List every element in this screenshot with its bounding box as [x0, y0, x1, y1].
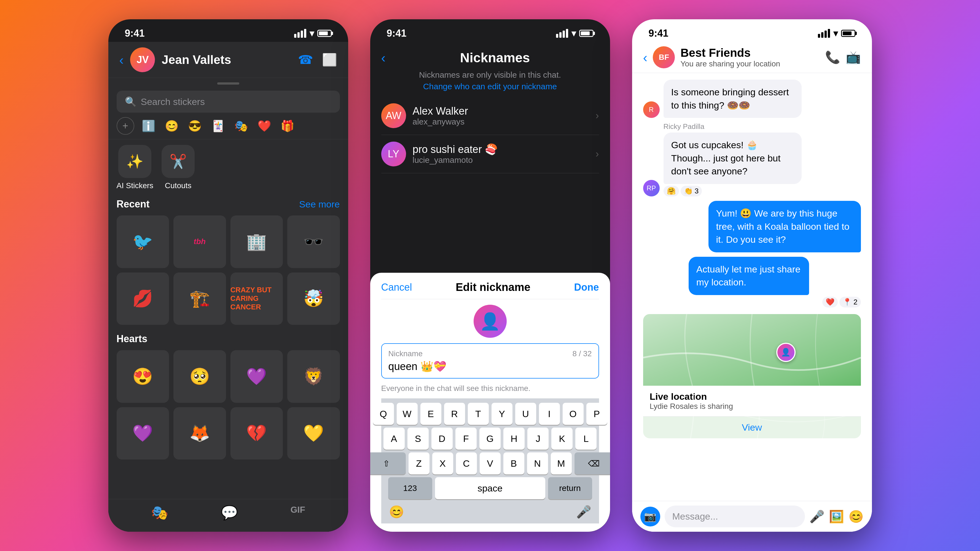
key-d[interactable]: D — [431, 427, 453, 449]
emoji-tab[interactable]: 🎭 — [151, 505, 168, 521]
key-u[interactable]: U — [515, 403, 536, 425]
return-key[interactable]: return — [548, 477, 592, 499]
nicknames-subtitle: Nicknames are only visible in this chat. — [419, 70, 561, 79]
sticker-item[interactable]: 💜 — [117, 407, 169, 460]
sticker-item[interactable]: 🏗️ — [173, 273, 226, 325]
search-bar[interactable]: 🔍 Search stickers — [117, 91, 340, 113]
emoji-keyboard-icon[interactable]: 😊 — [389, 505, 404, 519]
key-g[interactable]: G — [479, 427, 501, 449]
message-2: Ricky Padilla Got us cupcakes! 🧁 Though.… — [663, 122, 861, 197]
phone-call-icon[interactable]: 📞 — [825, 50, 840, 65]
sticker-tab-1[interactable]: ℹ️ — [140, 117, 158, 135]
key-f[interactable]: F — [455, 427, 477, 449]
nickname-handle-2: lucie_yamamoto — [413, 156, 589, 165]
sticker-tab-6[interactable]: ❤️ — [256, 117, 273, 135]
group-avatar: BF — [653, 46, 675, 68]
nickname-input-value[interactable]: queen 👑💝 — [388, 360, 592, 373]
bottom-tabs: 🎭 💬 GIF — [108, 499, 348, 532]
key-l[interactable]: L — [575, 427, 597, 449]
photo-input-icon[interactable]: 🖼️ — [829, 510, 844, 524]
message-input[interactable]: Message... — [665, 505, 805, 527]
sticker-item[interactable]: tbh — [173, 216, 226, 268]
sticker-tab-7[interactable]: 🎁 — [279, 117, 296, 135]
cutouts-tool[interactable]: ✂️ Cutouts — [162, 145, 195, 190]
sticker-item[interactable]: 💔 — [231, 407, 283, 460]
nickname-input-container[interactable]: Nickname 8 / 32 queen 👑💝 — [381, 343, 599, 378]
sticker-tab-3[interactable]: 😎 — [186, 117, 204, 135]
ai-stickers-label: AI Stickers — [117, 181, 154, 190]
sticker-item[interactable]: CRAZY BUT CARING CANCER — [231, 273, 283, 325]
back-button[interactable]: ‹ — [643, 50, 648, 65]
phone2: 9:41 ▾ ‹ Nicknames Nicknames are only vi… — [370, 19, 610, 532]
key-y[interactable]: Y — [492, 403, 512, 425]
wifi-icon: ▾ — [571, 28, 576, 38]
key-e[interactable]: E — [420, 403, 441, 425]
key-v[interactable]: V — [480, 453, 501, 475]
key-q[interactable]: Q — [373, 403, 394, 425]
sender-avatar-1: R — [643, 102, 660, 118]
chevron-icon-1: › — [596, 110, 599, 122]
battery-icon — [317, 30, 332, 37]
video-call-icon[interactable]: 📺 — [846, 50, 861, 65]
gif-tab[interactable]: GIF — [291, 505, 305, 521]
sticker-tab-4[interactable]: 🃏 — [209, 117, 227, 135]
key-o[interactable]: O — [563, 403, 584, 425]
sticker-item[interactable]: 💛 — [287, 407, 340, 460]
delete-key[interactable]: ⌫ — [574, 453, 610, 475]
key-n[interactable]: N — [527, 453, 548, 475]
sticker-item[interactable]: 🏢 — [231, 216, 283, 268]
microphone-icon[interactable]: 🎤 — [576, 505, 591, 519]
ai-stickers-tool[interactable]: ✨ AI Stickers — [117, 145, 154, 190]
sticker-item[interactable]: 😍 — [117, 350, 169, 403]
numbers-key[interactable]: 123 — [388, 477, 432, 499]
sticker-input-icon[interactable]: 😊 — [848, 510, 864, 524]
nickname-item-2[interactable]: LY pro sushi eater 🍣 lucie_yamamoto › — [381, 135, 599, 173]
phone-icon[interactable]: ☎ — [298, 52, 313, 67]
key-a[interactable]: A — [383, 427, 405, 449]
see-more-link[interactable]: See more — [299, 199, 340, 210]
sticker-item[interactable]: 💜 — [231, 350, 283, 403]
key-x[interactable]: X — [432, 453, 453, 475]
key-j[interactable]: J — [527, 427, 549, 449]
sticker-item[interactable]: 🥺 — [173, 350, 226, 403]
sticker-item[interactable]: 🐦 — [117, 216, 169, 268]
key-m[interactable]: M — [551, 453, 572, 475]
key-i[interactable]: I — [539, 403, 560, 425]
sticker-item[interactable]: 🕶️ — [287, 216, 340, 268]
video-icon[interactable]: ⬜ — [322, 52, 337, 67]
map-grid-svg — [643, 314, 861, 438]
back-button[interactable]: ‹ — [119, 52, 124, 68]
modal-header: Cancel Edit nickname Done — [381, 281, 599, 299]
shift-key[interactable]: ⇧ — [370, 453, 406, 475]
key-r[interactable]: R — [444, 403, 465, 425]
camera-button[interactable]: 📷 — [640, 507, 660, 527]
key-b[interactable]: B — [503, 453, 524, 475]
sticker-item[interactable]: 🦁 — [287, 350, 340, 403]
nickname-item-1[interactable]: AW Alex Walker alex_anyways › — [381, 97, 599, 135]
key-h[interactable]: H — [503, 427, 525, 449]
done-button[interactable]: Done — [574, 281, 599, 293]
cancel-button[interactable]: Cancel — [381, 281, 412, 293]
sticker-item[interactable]: 🤯 — [287, 273, 340, 325]
keyboard-row-1: Q W E R T Y U I O P — [383, 403, 597, 425]
sticker-tab-bottom[interactable]: 💬 — [221, 505, 238, 521]
key-z[interactable]: Z — [409, 453, 430, 475]
space-key[interactable]: space — [435, 477, 545, 499]
back-button[interactable]: ‹ — [381, 50, 386, 65]
key-c[interactable]: C — [456, 453, 477, 475]
key-p[interactable]: P — [586, 403, 607, 425]
sticker-tab-2[interactable]: 😊 — [163, 117, 181, 135]
microphone-input-icon[interactable]: 🎤 — [809, 510, 824, 524]
wifi-icon: ▾ — [310, 28, 314, 38]
key-w[interactable]: W — [397, 403, 418, 425]
sticker-item[interactable]: 🦊 — [173, 407, 226, 460]
add-sticker-tab[interactable]: + — [117, 117, 134, 135]
key-s[interactable]: S — [407, 427, 429, 449]
key-k[interactable]: K — [551, 427, 573, 449]
message-placeholder: Message... — [672, 511, 718, 521]
sticker-item[interactable]: 💋 — [117, 273, 169, 325]
key-t[interactable]: T — [468, 403, 489, 425]
chevron-icon-2: › — [596, 148, 599, 160]
change-who-link[interactable]: Change who can edit your nickname — [423, 82, 557, 91]
sticker-tab-5[interactable]: 🎭 — [232, 117, 250, 135]
